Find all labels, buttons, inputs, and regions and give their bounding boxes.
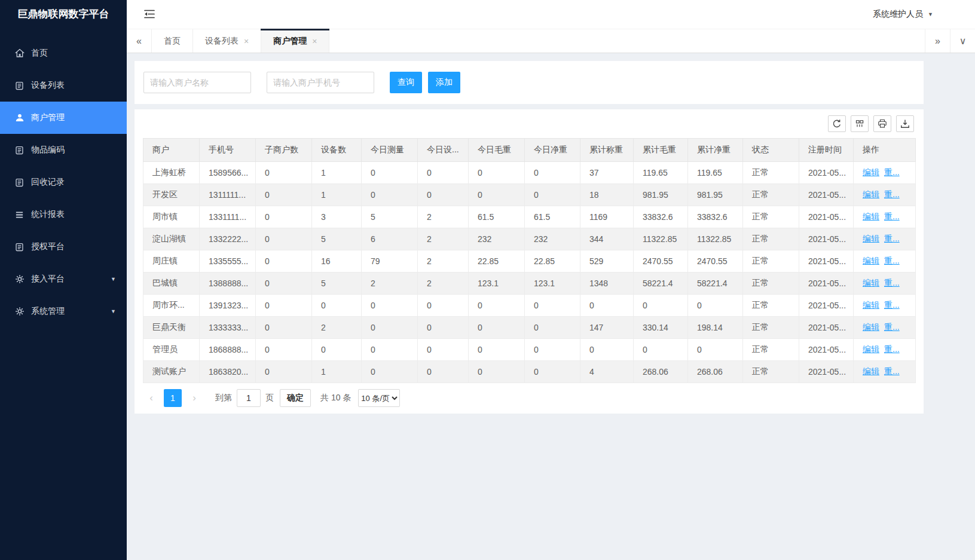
table-cell: 0: [418, 361, 469, 383]
column-header: 累计净重: [688, 139, 743, 162]
table-cell: 119.65: [634, 162, 688, 184]
column-header: 今日设...: [418, 139, 469, 162]
edit-link[interactable]: 编辑: [863, 344, 879, 354]
reset-link[interactable]: 重...: [884, 212, 900, 221]
edit-link[interactable]: 编辑: [863, 366, 879, 376]
table-cell: 0: [362, 317, 418, 339]
tab-label: 设备列表: [205, 36, 239, 47]
tabs-menu-icon[interactable]: ∨: [950, 29, 975, 53]
table-cell: 5: [312, 273, 362, 295]
print-icon[interactable]: [873, 115, 891, 132]
sidebar-item-access-platform[interactable]: 接入平台▼: [0, 263, 127, 295]
table-cell: 正常: [743, 273, 799, 295]
table-cell: 0: [256, 250, 312, 273]
table-cell-actions: 编辑重...: [854, 317, 916, 339]
reset-link[interactable]: 重...: [884, 189, 900, 199]
table-cell: 正常: [743, 339, 799, 361]
query-button[interactable]: 查询: [390, 72, 422, 93]
table-cell: 正常: [743, 162, 799, 184]
edit-link[interactable]: 编辑: [863, 167, 879, 177]
reset-link[interactable]: 重...: [884, 167, 900, 177]
pagination: ‹ 1 › 到第 页 确定 共 10 条 10 条/页: [143, 383, 915, 413]
table-cell: 0: [312, 295, 362, 317]
sidebar-item-system-mgmt[interactable]: 系统管理▼: [0, 295, 127, 328]
table-cell-actions: 编辑重...: [854, 184, 916, 206]
reset-link[interactable]: 重...: [884, 278, 900, 287]
pagination-confirm-button[interactable]: 确定: [280, 389, 311, 407]
refresh-icon[interactable]: [828, 115, 846, 132]
sidebar-item-item-code[interactable]: 物品编码: [0, 134, 127, 166]
reset-link[interactable]: 重...: [884, 322, 900, 332]
table-panel: 商户手机号子商户数设备数今日测量今日设...今日毛重今日净重累计称重累计毛重累计…: [135, 109, 924, 414]
table-cell: 147: [580, 317, 634, 339]
sidebar-item-recycle-records[interactable]: 回收记录: [0, 166, 127, 198]
edit-link[interactable]: 编辑: [863, 256, 879, 265]
table-cell: 正常: [743, 184, 799, 206]
sidebar-item-auth-platform[interactable]: 授权平台: [0, 231, 127, 263]
columns-icon[interactable]: [851, 115, 869, 132]
tabbar: « 首页设备列表×商户管理× » ∨: [127, 29, 975, 53]
table-cell: 2021-05...: [799, 361, 854, 383]
table-cell: 6: [362, 228, 418, 250]
table-cell: 2021-05...: [799, 206, 854, 228]
edit-link[interactable]: 编辑: [863, 322, 879, 332]
table-cell: 正常: [743, 317, 799, 339]
table-cell: 测试账户: [143, 361, 200, 383]
reset-link[interactable]: 重...: [884, 344, 900, 354]
edit-link[interactable]: 编辑: [863, 278, 879, 287]
pagination-page-1[interactable]: 1: [164, 389, 182, 407]
sidebar-item-device-list[interactable]: 设备列表: [0, 69, 127, 102]
edit-link[interactable]: 编辑: [863, 300, 879, 310]
table-cell: 268.06: [688, 361, 743, 383]
sidebar-item-home[interactable]: 首页: [0, 37, 127, 69]
table-cell: 0: [256, 273, 312, 295]
gear-icon: [14, 307, 25, 317]
pagination-goto-input[interactable]: [237, 389, 261, 407]
content-area: 查询 添加 商户手机号子商户数设备数今日测量今日设...今日毛重今日净重累计称重…: [127, 54, 975, 560]
edit-link[interactable]: 编辑: [863, 212, 879, 221]
reset-link[interactable]: 重...: [884, 256, 900, 265]
table-row: 测试账户1863820...0100004268.06268.06正常2021-…: [143, 361, 916, 383]
close-icon[interactable]: ×: [312, 36, 317, 46]
merchant-name-input[interactable]: [143, 72, 251, 93]
gear-icon: [14, 274, 25, 284]
tab-home[interactable]: 首页: [152, 29, 193, 53]
table-cell: 0: [362, 184, 418, 206]
list-icon: [14, 178, 25, 188]
sidebar-item-stats-report[interactable]: 统计报表: [0, 198, 127, 231]
reset-link[interactable]: 重...: [884, 300, 900, 310]
table-cell: 2021-05...: [799, 228, 854, 250]
table-cell: 1391323...: [200, 295, 256, 317]
table-cell: 1388888...: [200, 273, 256, 295]
close-icon[interactable]: ×: [244, 36, 249, 46]
tab-device-list[interactable]: 设备列表×: [193, 29, 261, 53]
merchant-phone-input[interactable]: [267, 72, 374, 93]
sidebar-item-label: 授权平台: [31, 241, 65, 252]
reset-link[interactable]: 重...: [884, 234, 900, 243]
edit-link[interactable]: 编辑: [863, 234, 879, 243]
collapse-sidebar-icon[interactable]: [143, 9, 155, 19]
sidebar-item-merchant-mgmt[interactable]: 商户管理: [0, 102, 127, 134]
export-icon[interactable]: [896, 115, 914, 132]
table-cell: 1: [312, 361, 362, 383]
tabs-scroll-left-icon[interactable]: «: [127, 29, 152, 53]
table-cell: 0: [256, 162, 312, 184]
table-cell: 33832.6: [634, 206, 688, 228]
pagination-prev-icon[interactable]: ‹: [143, 389, 159, 407]
table-cell: 330.14: [634, 317, 688, 339]
page-size-select[interactable]: 10 条/页: [358, 389, 400, 407]
user-menu[interactable]: 系统维护人员 ▼: [873, 0, 933, 29]
table-row: 开发区1311111...01000018981.95981.95正常2021-…: [143, 184, 916, 206]
tab-merchant-mgmt[interactable]: 商户管理×: [261, 29, 329, 53]
edit-link[interactable]: 编辑: [863, 189, 879, 199]
table-cell: 11322.85: [688, 228, 743, 250]
table-cell-actions: 编辑重...: [854, 273, 916, 295]
table-cell: 22.85: [469, 250, 525, 273]
pagination-next-icon[interactable]: ›: [187, 389, 202, 407]
reset-link[interactable]: 重...: [884, 366, 900, 376]
tabs-scroll-right-icon[interactable]: »: [925, 29, 950, 53]
table-cell: 2021-05...: [799, 317, 854, 339]
table-cell: 0: [256, 361, 312, 383]
add-button[interactable]: 添加: [428, 72, 460, 93]
table-cell: 0: [469, 361, 525, 383]
